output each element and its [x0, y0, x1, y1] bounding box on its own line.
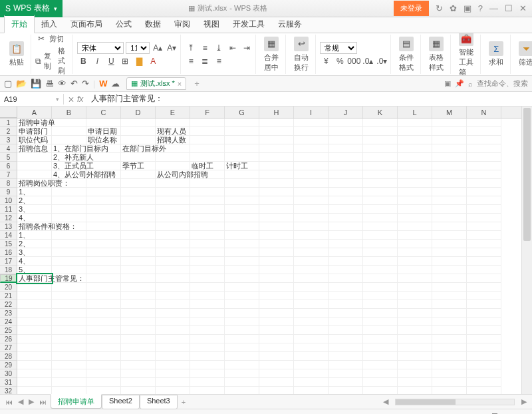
cell[interactable] — [398, 144, 432, 153]
cell[interactable] — [432, 317, 467, 326]
cell[interactable] — [294, 136, 329, 144]
cell[interactable] — [121, 257, 156, 266]
row-header[interactable]: 16 — [0, 248, 17, 257]
cell[interactable] — [52, 231, 86, 240]
cell[interactable] — [432, 188, 467, 196]
cell[interactable] — [52, 378, 86, 387]
cell[interactable] — [329, 387, 363, 394]
sync-icon[interactable]: ↻ — [436, 3, 443, 13]
cell[interactable] — [190, 214, 225, 222]
cell[interactable] — [190, 283, 225, 292]
cell[interactable] — [467, 179, 501, 188]
cell[interactable] — [467, 257, 501, 266]
cell[interactable] — [86, 309, 121, 317]
underline-icon[interactable]: U — [105, 55, 117, 67]
cell[interactable] — [156, 317, 190, 326]
cell[interactable] — [432, 335, 467, 343]
cell[interactable] — [17, 387, 52, 394]
cell[interactable] — [398, 266, 432, 274]
cell[interactable] — [329, 300, 363, 309]
cell[interactable] — [467, 352, 501, 361]
cell[interactable] — [156, 214, 190, 222]
cell[interactable] — [432, 144, 467, 153]
cell[interactable]: 季节工 — [121, 162, 156, 170]
cell[interactable] — [86, 300, 121, 309]
cell[interactable] — [121, 240, 156, 248]
cell[interactable] — [17, 326, 52, 335]
cell[interactable] — [190, 352, 225, 361]
cell[interactable] — [225, 170, 259, 179]
cell[interactable] — [52, 257, 86, 266]
cell[interactable] — [17, 378, 52, 387]
col-header-N[interactable]: N — [467, 106, 501, 118]
cell[interactable] — [190, 361, 225, 369]
cell[interactable] — [467, 378, 501, 387]
qat-cloud-icon[interactable]: ☁ — [111, 79, 120, 89]
cell[interactable] — [467, 118, 501, 127]
currency-icon[interactable]: ¥ — [320, 55, 332, 67]
cell[interactable] — [398, 136, 432, 144]
cell[interactable] — [190, 343, 225, 352]
cell[interactable] — [329, 266, 363, 274]
cell[interactable] — [190, 144, 225, 153]
cell[interactable] — [86, 240, 121, 248]
cell[interactable] — [52, 240, 86, 248]
cell[interactable] — [363, 170, 398, 179]
cell[interactable] — [259, 352, 294, 361]
increase-font-icon[interactable]: A▴ — [152, 42, 164, 54]
cell[interactable] — [432, 179, 467, 188]
cell[interactable] — [121, 343, 156, 352]
cell[interactable] — [467, 361, 501, 369]
cell[interactable] — [225, 326, 259, 335]
cell[interactable] — [363, 369, 398, 378]
cell[interactable] — [121, 205, 156, 214]
cell[interactable]: 人事部门主管常见： — [17, 274, 52, 283]
cell[interactable] — [329, 196, 363, 205]
cell[interactable] — [329, 240, 363, 248]
cell[interactable] — [156, 283, 190, 292]
cell[interactable] — [398, 387, 432, 394]
row-header[interactable]: 20 — [0, 283, 17, 292]
cell[interactable] — [190, 292, 225, 300]
login-button[interactable]: 未登录 — [394, 1, 429, 16]
cell[interactable] — [259, 222, 294, 231]
cell[interactable] — [121, 378, 156, 387]
cell[interactable] — [294, 352, 329, 361]
cell[interactable] — [329, 188, 363, 196]
row-header[interactable]: 18 — [0, 266, 17, 274]
cell[interactable] — [259, 170, 294, 179]
cell[interactable] — [86, 274, 121, 283]
cell[interactable] — [190, 196, 225, 205]
cell[interactable] — [259, 274, 294, 283]
cell[interactable] — [225, 361, 259, 369]
cell[interactable] — [363, 144, 398, 153]
cell[interactable] — [259, 369, 294, 378]
align-center-icon[interactable]: ≣ — [199, 55, 211, 67]
cell[interactable] — [363, 317, 398, 326]
col-header-H[interactable]: H — [259, 106, 294, 118]
cell[interactable] — [398, 153, 432, 162]
cell[interactable] — [363, 274, 398, 283]
cell[interactable] — [86, 352, 121, 361]
cell[interactable] — [225, 179, 259, 188]
cell[interactable] — [329, 248, 363, 257]
cell[interactable] — [259, 240, 294, 248]
cell[interactable] — [121, 387, 156, 394]
cell[interactable] — [121, 214, 156, 222]
cell[interactable] — [398, 292, 432, 300]
cell[interactable] — [156, 274, 190, 283]
cell[interactable] — [52, 352, 86, 361]
toolbar-collapse-icon[interactable]: ▣ — [444, 79, 451, 88]
cell[interactable] — [17, 369, 52, 378]
cell[interactable] — [156, 335, 190, 343]
cell[interactable] — [363, 309, 398, 317]
font-select[interactable]: 宋体 — [77, 42, 124, 54]
cell[interactable] — [398, 326, 432, 335]
cell[interactable] — [398, 127, 432, 136]
cell[interactable] — [398, 335, 432, 343]
cell[interactable] — [294, 214, 329, 222]
filter-button[interactable]: ⏷筛选 — [515, 40, 532, 69]
cell[interactable] — [467, 144, 501, 153]
cell[interactable] — [467, 335, 501, 343]
cell[interactable] — [467, 127, 501, 136]
